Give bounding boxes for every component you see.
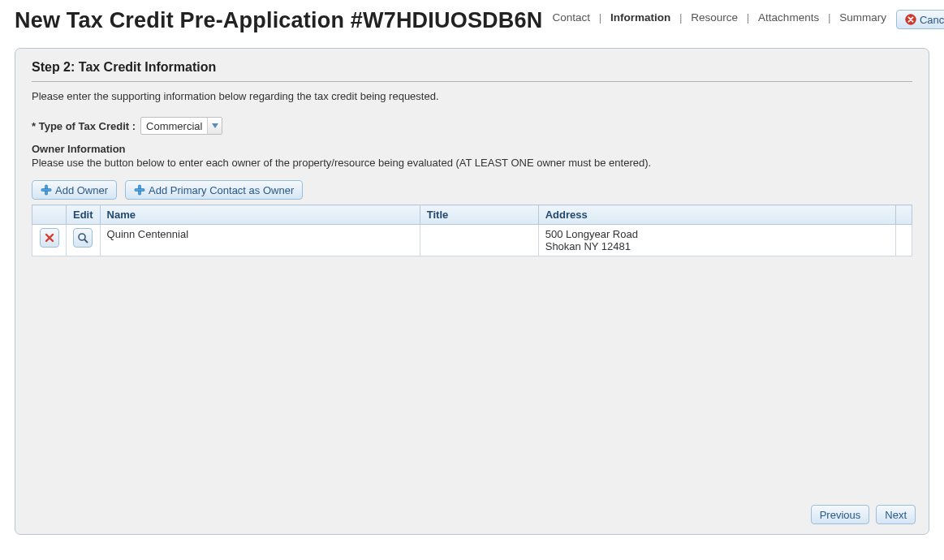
tab-information[interactable]: Information: [609, 11, 672, 24]
footer-buttons: Previous Next: [811, 505, 916, 524]
owners-table: Edit Name Title Address: [32, 205, 912, 256]
svg-rect-4: [41, 189, 51, 192]
nav-separator: |: [824, 11, 835, 24]
col-name: Name: [100, 205, 420, 225]
table-row: Quinn Centennial 500 Longyear Road Shoka…: [32, 225, 912, 256]
divider: [32, 81, 912, 82]
cancel-label: Cancel: [920, 15, 944, 25]
tab-attachments[interactable]: Attachments: [756, 11, 821, 24]
owner-instruction: Please use the button below to enter eac…: [32, 157, 681, 169]
page-title: New Tax Credit Pre-Application #W7HDIUOS…: [15, 8, 542, 33]
nav-separator: |: [595, 11, 606, 24]
svg-rect-6: [135, 189, 144, 192]
plus-icon: [134, 184, 145, 196]
cancel-button[interactable]: Cancel: [896, 10, 944, 29]
tab-contact[interactable]: Contact: [550, 11, 592, 24]
add-primary-contact-button[interactable]: Add Primary Contact as Owner: [125, 180, 303, 200]
svg-line-8: [84, 239, 88, 243]
col-address: Address: [538, 205, 895, 225]
chevron-down-icon: [207, 118, 222, 134]
step-title: Step 2: Tax Credit Information: [32, 60, 912, 75]
edit-row-button[interactable]: [73, 228, 93, 248]
form-panel: Step 2: Tax Credit Information Please en…: [15, 48, 929, 535]
cell-address: 500 Longyear Road Shokan NY 12481: [538, 225, 895, 256]
next-button[interactable]: Next: [876, 505, 916, 524]
address-line2: Shokan NY 12481: [545, 240, 889, 252]
nav-separator: |: [743, 11, 754, 24]
owner-buttons: Add Owner Add Primary Contact as Owner: [32, 180, 912, 200]
delete-row-button[interactable]: [40, 228, 59, 248]
header-row: New Tax Credit Pre-Application #W7HDIUOS…: [15, 8, 929, 33]
cell-title: [420, 225, 538, 256]
tab-resource[interactable]: Resource: [689, 11, 739, 24]
delete-icon: [44, 232, 55, 243]
nav-separator: |: [675, 11, 687, 24]
add-owner-button[interactable]: Add Owner: [32, 180, 117, 200]
plus-icon: [41, 184, 52, 196]
owner-heading: Owner Information: [32, 143, 912, 155]
col-edit: Edit: [67, 205, 101, 225]
address-line1: 500 Longyear Road: [545, 228, 889, 240]
tax-credit-label: * Type of Tax Credit :: [32, 120, 136, 132]
add-owner-label: Add Owner: [55, 185, 108, 196]
cancel-icon: [905, 14, 916, 25]
tax-credit-selected: Commercial: [141, 118, 207, 134]
header-actions: Cancel ?: [896, 10, 944, 29]
previous-button[interactable]: Previous: [811, 505, 870, 524]
col-title: Title: [420, 205, 538, 225]
col-delete: [32, 205, 67, 225]
cell-edit: [67, 225, 101, 256]
table-header-row: Edit Name Title Address: [32, 205, 912, 225]
cell-name: Quinn Centennial: [100, 225, 420, 256]
search-icon: [77, 232, 88, 243]
cell-spacer: [896, 225, 912, 256]
step-instruction: Please enter the supporting information …: [32, 90, 912, 102]
col-spacer: [896, 205, 912, 225]
add-primary-label: Add Primary Contact as Owner: [149, 185, 294, 196]
tab-summary[interactable]: Summary: [838, 11, 888, 24]
cell-delete: [32, 225, 67, 256]
wizard-tabs: Contact | Information | Resource | Attac…: [550, 11, 888, 24]
tax-credit-select[interactable]: Commercial: [140, 117, 222, 135]
tax-credit-row: * Type of Tax Credit : Commercial: [32, 117, 912, 135]
